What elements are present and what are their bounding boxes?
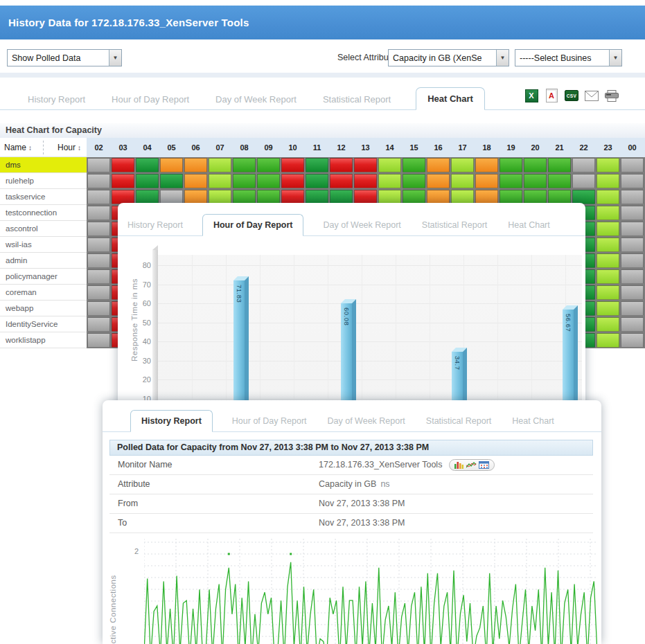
heat-cell-dms-04 [136, 158, 159, 172]
heat-cell-admin-00 [621, 253, 644, 268]
hour-header-20[interactable]: 20 [523, 138, 547, 157]
show-data-select-value: Show Polled Data [8, 53, 109, 63]
hour-header-12[interactable]: 12 [329, 138, 353, 157]
divider-strip [0, 73, 645, 78]
heat-row-name-worklistapp[interactable]: worklistapp [0, 332, 87, 348]
excel-export-icon[interactable]: X [524, 89, 538, 102]
heat-row-name-testconnection[interactable]: testconnection [0, 205, 87, 221]
heat-cell-taskservice-18 [475, 190, 498, 204]
hour-header-08[interactable]: 08 [232, 138, 256, 157]
dropdown-arrow-icon[interactable]: ▼ [496, 50, 509, 66]
data-point-marker [290, 553, 292, 555]
heat-cell-dms-10 [281, 158, 304, 172]
field-value-to: Nov 27, 2013 3:38 PM [319, 514, 405, 533]
hour-header-23[interactable]: 23 [596, 138, 620, 157]
attribute-select[interactable]: Capacity in GB (XenSe ▼ [388, 49, 509, 66]
hour-header-07[interactable]: 07 [208, 138, 232, 157]
field-label-attribute: Attribute [118, 475, 150, 494]
hour-header-03[interactable]: 03 [111, 138, 135, 157]
hour-header-22[interactable]: 22 [572, 138, 596, 157]
heat-row-name-rulehelp[interactable]: rulehelp [0, 173, 87, 189]
heat-row-name-webapp[interactable]: webapp [0, 301, 87, 316]
heat-row-name-ascontrol[interactable]: ascontrol [0, 221, 87, 237]
pdf-export-icon[interactable]: A [545, 89, 558, 102]
hour-header-04[interactable]: 04 [135, 138, 159, 157]
heat-row-rulehelp: rulehelp [0, 173, 645, 189]
tab-heat-chart[interactable]: Heat Chart [416, 87, 485, 110]
heat-cell-dms-07 [209, 158, 231, 172]
tab-heat-chart[interactable]: Heat Chart [511, 411, 555, 431]
line-chart-view-icon[interactable] [466, 461, 477, 469]
heat-cell-rulehelp-00 [621, 174, 644, 188]
print-icon[interactable] [605, 89, 619, 102]
hour-header-19[interactable]: 19 [499, 138, 523, 157]
tab-hour-of-day-report[interactable]: Hour of Day Report [110, 89, 191, 110]
hour-header-11[interactable]: 11 [305, 138, 329, 157]
table-view-icon[interactable] [479, 461, 489, 469]
tab-statistical-report[interactable]: Statistical Report [421, 215, 488, 235]
controls-row: Show Polled Data ▼ Select Attribute: Cap… [0, 39, 645, 73]
dropdown-arrow-icon[interactable]: ▼ [609, 50, 621, 66]
hour-header-13[interactable]: 13 [353, 138, 378, 157]
tab-history-report[interactable]: History Report [26, 89, 87, 110]
heat-cell-dms-21 [548, 158, 571, 172]
heat-row-name-taskservice[interactable]: taskservice [0, 189, 87, 205]
bar-chart-view-icon[interactable] [454, 461, 464, 469]
heat-cell-rulehelp-16 [427, 174, 450, 188]
hour-header-14[interactable]: 14 [378, 138, 402, 157]
hour-column-headers: 0203040506070809101112131415161718192021… [87, 138, 645, 157]
tab-history-report[interactable]: History Report [126, 215, 184, 235]
tab-heat-chart[interactable]: Heat Chart [506, 215, 551, 235]
hour-header-02[interactable]: 02 [87, 138, 111, 157]
hour-header-09[interactable]: 09 [256, 138, 281, 157]
hour-header-10[interactable]: 10 [281, 138, 305, 157]
tab-statistical-report[interactable]: Statistical Report [321, 89, 392, 110]
heat-row-name-admin[interactable]: admin [0, 253, 87, 269]
email-icon[interactable] [585, 89, 599, 102]
tab-history-report[interactable]: History Report [130, 410, 213, 432]
hour-header-18[interactable]: 18 [475, 138, 499, 157]
bar-value-label: 34.7 [454, 356, 461, 370]
sort-icon: ↕ [28, 144, 32, 152]
hour-header-15[interactable]: 15 [402, 138, 426, 157]
hour-header-21[interactable]: 21 [547, 138, 572, 157]
heat-row-name-coreman[interactable]: coreman [0, 285, 87, 301]
heat-cell-taskservice-07 [209, 190, 231, 204]
tab-hour-of-day-report[interactable]: Hour of Day Report [202, 214, 304, 236]
dropdown-arrow-icon[interactable]: ▼ [109, 50, 121, 66]
h-gridline [158, 379, 582, 380]
chart-view-switcher[interactable] [449, 459, 495, 471]
field-row-to: ToNov 27, 2013 3:38 PM [109, 514, 593, 533]
heat-row-name-policymanager[interactable]: policymanager [0, 269, 87, 285]
hour-sort-header[interactable]: Hour↕ [58, 138, 81, 158]
heat-cell-policymanager-02 [87, 269, 110, 284]
heat-cell-testconnection-02 [87, 206, 110, 220]
heat-row-name-dms[interactable]: dms [0, 157, 87, 173]
heat-cell-wsil-ias-02 [87, 238, 110, 252]
csv-export-icon[interactable]: CSV [565, 89, 578, 102]
hour-header-06[interactable]: 06 [184, 138, 208, 157]
heat-row-name-identityservice[interactable]: IdentityService [0, 316, 87, 332]
hour-header-05[interactable]: 05 [159, 138, 184, 157]
show-data-select[interactable]: Show Polled Data ▼ [7, 49, 122, 66]
hour-header-17[interactable]: 17 [450, 138, 475, 157]
field-value-text: Nov 27, 2013 3:38 PM [319, 514, 405, 533]
tab-day-of-week-report[interactable]: Day of Week Report [321, 215, 402, 235]
field-value-monitor-name: 172.18.176.33_XenServer Tools [319, 456, 495, 474]
tab-day-of-week-report[interactable]: Day of Week Report [214, 89, 298, 110]
tab-day-of-week-report[interactable]: Day of Week Report [326, 411, 407, 431]
history-popup-tabs: History ReportHour of Day ReportDay of W… [103, 409, 601, 432]
heat-row-name-wsil-ias[interactable]: wsil-ias [0, 237, 87, 253]
hour-header-16[interactable]: 16 [426, 138, 450, 157]
business-view-select[interactable]: -----Select Busines ▼ [515, 49, 622, 66]
heat-cell-taskservice-13 [354, 190, 377, 204]
hour-header-00[interactable]: 00 [620, 138, 644, 157]
field-value-text: Nov 27, 2013 3:38 PM [319, 494, 405, 513]
heat-cell-dms-20 [524, 158, 547, 172]
heat-row-dms: dms [0, 157, 645, 173]
tab-hour-of-day-report[interactable]: Hour of Day Report [231, 411, 308, 431]
tab-statistical-report[interactable]: Statistical Report [425, 411, 493, 431]
field-value-from: Nov 27, 2013 3:38 PM [319, 494, 405, 513]
name-sort-header[interactable]: Name↕ [4, 138, 32, 158]
sort-icon: ↕ [78, 144, 81, 152]
